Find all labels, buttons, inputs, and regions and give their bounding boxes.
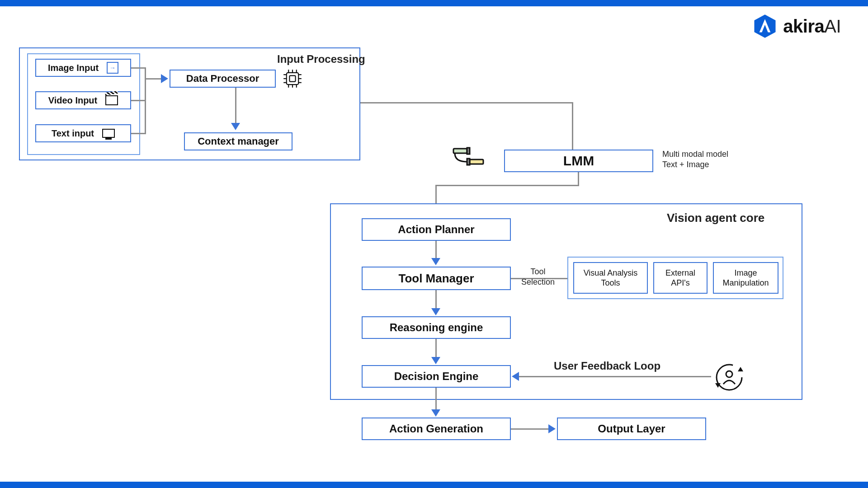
video-input-label: Video Input (48, 95, 98, 106)
external-apis-box: External API's (653, 262, 708, 294)
logo-suffix: AI (824, 16, 841, 36)
user-feedback-label: User Feedback Loop (554, 359, 660, 373)
image-input-label: Image Input (48, 63, 99, 73)
conn-feedback (519, 376, 711, 377)
svg-point-22 (726, 371, 732, 377)
external-apis-line1: External (665, 268, 695, 278)
text-input-box: Text input (35, 124, 131, 142)
arrow-ap-tm (431, 258, 440, 265)
tool-manager-box: Tool Manager (362, 267, 511, 290)
image-input-box: Image Input → (35, 59, 131, 77)
conn-lmm-left (435, 185, 579, 186)
external-apis-line2: API's (671, 278, 689, 288)
tool-selection-label: Tool Selection (521, 267, 555, 287)
lmm-caption-line2: Text + Image (662, 160, 709, 169)
lmm-caption: Multi modal model Text + Image (662, 149, 728, 169)
image-manipulation-box: Image Manipulation (713, 262, 778, 294)
arrow-re-de (431, 357, 440, 364)
logo-brand: akira (783, 16, 824, 36)
input-processing-title: Input Processing (277, 52, 365, 66)
conn-inputs-merge (145, 67, 146, 134)
svg-rect-2 (289, 75, 295, 81)
reasoning-engine-box: Reasoning engine (362, 316, 511, 339)
arrow-feedback (512, 372, 519, 381)
clapperboard-icon (105, 95, 118, 105)
action-generation-box: Action Generation (362, 418, 511, 440)
conn-tm-re (435, 290, 437, 309)
bottom-accent-bar (0, 482, 868, 488)
context-manager-box: Context manager (184, 132, 292, 150)
svg-marker-0 (755, 14, 776, 38)
feedback-loop-icon (713, 361, 745, 395)
conn-lmm-down1 (578, 172, 579, 186)
action-planner-box: Action Planner (362, 218, 511, 241)
visual-analysis-line1: Visual Analysis (584, 268, 638, 278)
tool-selection-line1: Tool (531, 267, 546, 276)
conn-ag-ol (511, 428, 549, 430)
conn-ip-out (360, 102, 573, 103)
svg-rect-17 (470, 160, 483, 164)
conn-text-out (131, 133, 145, 134)
output-layer-box: Output Layer (557, 418, 706, 440)
arrow-dp-to-cm (231, 123, 240, 130)
svg-rect-18 (467, 159, 470, 165)
logo-hexagon-icon (752, 14, 778, 39)
image-manipulation-line2: Manipulation (722, 278, 769, 288)
logo-text: akiraAI (783, 16, 841, 37)
arrow-ag-ol (548, 424, 556, 433)
visual-analysis-line2: Tools (601, 278, 620, 288)
arrow-to-dataproc (161, 74, 168, 83)
visual-analysis-tools-box: Visual Analysis Tools (573, 262, 648, 294)
data-processor-box: Data Processor (170, 70, 276, 88)
conn-de-ag (435, 388, 437, 410)
monitor-icon (102, 129, 115, 138)
text-input-label: Text input (52, 128, 94, 139)
svg-rect-1 (287, 73, 298, 84)
conn-to-dataproc (145, 78, 162, 80)
pipe-connector-icon (451, 146, 486, 170)
lmm-box: LMM (504, 150, 653, 172)
conn-re-de (435, 339, 437, 358)
conn-image-out (131, 67, 145, 69)
lmm-caption-line1: Multi modal model (662, 150, 728, 159)
top-accent-bar (0, 0, 868, 6)
arrow-de-ag (431, 409, 440, 417)
vision-core-title: Vision agent core (667, 211, 764, 225)
tool-selection-line2: Selection (521, 277, 555, 286)
arrow-tm-re (431, 308, 440, 315)
chip-icon (283, 69, 302, 89)
video-input-box: Video Input (35, 91, 131, 109)
svg-marker-20 (738, 367, 743, 371)
svg-rect-16 (467, 148, 470, 154)
image-manipulation-line1: Image (734, 268, 757, 278)
conn-dp-to-cm (235, 88, 236, 124)
decision-engine-box: Decision Engine (362, 365, 511, 388)
brand-logo: akiraAI (752, 14, 841, 39)
conn-video-out (131, 100, 145, 101)
image-arrow-icon: → (107, 62, 118, 74)
svg-rect-15 (453, 149, 467, 153)
conn-ap-tm (435, 241, 437, 259)
